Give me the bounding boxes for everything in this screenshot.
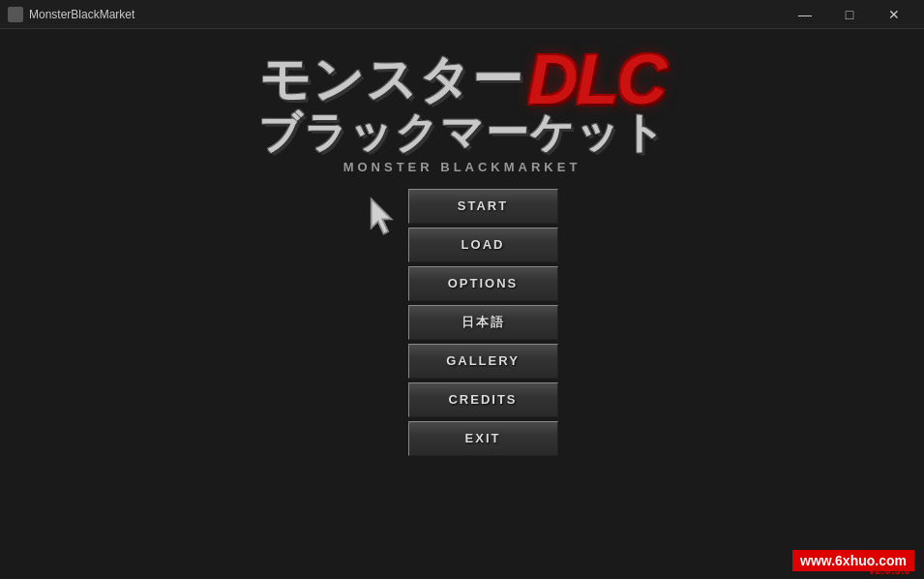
minimize-button[interactable]: — — [783, 0, 827, 29]
credits-button[interactable]: CREDITS — [408, 382, 558, 417]
logo-japanese-top: モンスター — [259, 54, 524, 105]
start-button[interactable]: START — [408, 189, 558, 224]
logo-top-row: モンスター DLC — [259, 48, 666, 111]
title-bar-controls: — □ ✕ — [783, 0, 916, 29]
maximize-button[interactable]: □ — [827, 0, 872, 29]
app-title: MonsterBlackMarket — [29, 8, 134, 21]
logo-japanese: モンスター DLC ブラックマーケット — [258, 48, 667, 154]
language-button[interactable]: 日本語 — [408, 305, 558, 340]
load-button[interactable]: LOAD — [408, 228, 558, 262]
title-bar: MonsterBlackMarket — □ ✕ — [0, 0, 924, 29]
title-bar-left: MonsterBlackMarket — [8, 7, 134, 22]
logo-japanese-bottom: ブラックマーケット — [258, 111, 667, 154]
logo-dlc-text: DLC — [528, 48, 666, 111]
exit-button[interactable]: EXIT — [408, 421, 558, 456]
main-content: モンスター DLC ブラックマーケット MONSTER BLACKMARKET … — [0, 29, 924, 579]
logo-bottom-row: ブラックマーケット — [258, 111, 667, 154]
version-text: v2.0.5.0 — [869, 564, 910, 577]
logo-subtitle: MONSTER BLACKMARKET — [343, 160, 581, 174]
app-icon — [8, 7, 23, 22]
menu-area: START LOAD OPTIONS 日本語 GALLERY CREDITS E… — [367, 189, 558, 456]
options-button[interactable]: OPTIONS — [408, 266, 558, 301]
gallery-button[interactable]: GALLERY — [408, 344, 558, 379]
close-button[interactable]: ✕ — [872, 0, 916, 29]
logo-area: モンスター DLC ブラックマーケット MONSTER BLACKMARKET — [258, 48, 667, 174]
menu-buttons: START LOAD OPTIONS 日本語 GALLERY CREDITS E… — [408, 189, 558, 456]
cursor-icon — [367, 197, 401, 236]
svg-marker-0 — [371, 198, 391, 233]
